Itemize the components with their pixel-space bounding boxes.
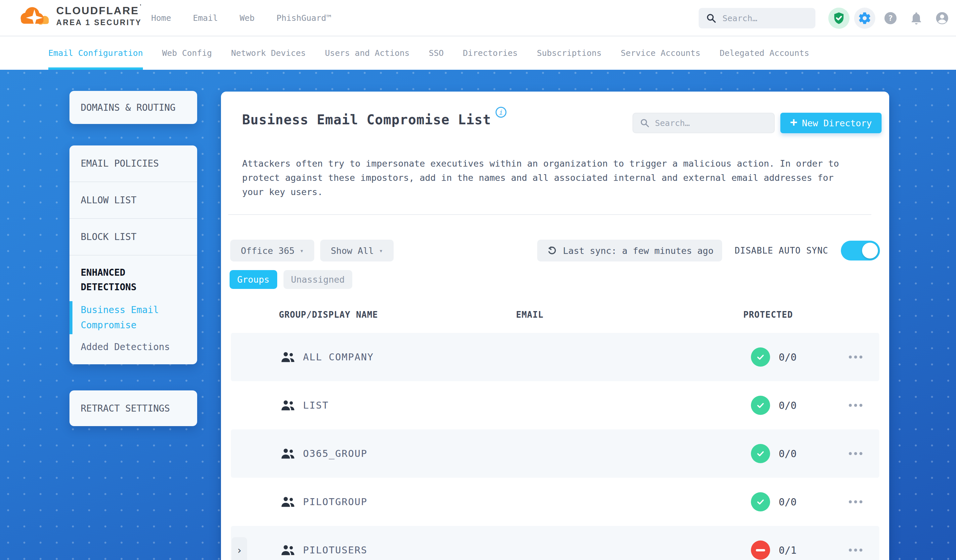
check-icon (751, 396, 770, 415)
sidebar-item-added-detections[interactable]: Added Detections (81, 342, 187, 352)
directory-select[interactable]: Office 365 (230, 240, 314, 262)
plus-icon: + (790, 116, 797, 128)
expand-row-button[interactable] (231, 537, 247, 560)
logo-subtitle: AREA 1 SECURITY (56, 18, 142, 27)
sidebar-item-enhanced-detections[interactable]: ENHANCED DETECTIONS (81, 265, 167, 295)
table-header: GROUP/DISPLAY NAME EMAIL PROTECTED (231, 296, 879, 333)
tab-subscriptions[interactable]: Subscriptions (537, 36, 602, 70)
sidebar-item-business-email-compromise[interactable]: Business Email Compromise (81, 303, 164, 333)
check-icon (751, 347, 770, 367)
nav-item-phishguard[interactable]: PhishGuard™ (277, 13, 332, 23)
logo-wordmark: CLOUDFLARE (56, 5, 142, 17)
group-icon (280, 446, 296, 461)
tab-service-accounts[interactable]: Service Accounts (621, 36, 701, 70)
new-directory-button[interactable]: + New Directory (780, 113, 882, 133)
minus-icon (751, 541, 770, 560)
row-menu-icon[interactable] (846, 352, 866, 362)
account-icon[interactable] (931, 8, 953, 29)
group-icon (280, 494, 296, 510)
view-tab-unassigned[interactable]: Unassigned (283, 270, 353, 289)
sidebar-item-label: RETRACT SETTINGS (81, 403, 170, 414)
help-icon[interactable]: ? (880, 8, 901, 29)
global-search-input[interactable] (722, 14, 808, 23)
protected-count: 0/0 (779, 448, 797, 460)
sidebar-item-block-list[interactable]: BLOCK LIST (69, 219, 197, 256)
sidebar-item-email-policies[interactable]: EMAIL POLICIES (69, 146, 197, 182)
protected-count: 0/0 (779, 496, 797, 508)
nav-item-home[interactable]: Home (151, 13, 171, 23)
row-menu-icon[interactable] (846, 546, 866, 555)
list-search[interactable] (632, 113, 775, 133)
sidebar-item-label: BLOCK LIST (81, 231, 137, 242)
groups-table: GROUP/DISPLAY NAME EMAIL PROTECTED ALL C… (231, 296, 879, 560)
group-name: O365_GROUP (303, 448, 368, 459)
view-tab-groups[interactable]: Groups (230, 270, 277, 289)
nav-item-email[interactable]: Email (193, 13, 218, 23)
filter-bar: Office 365 Show All Last sync: a few min… (230, 240, 880, 262)
column-header-protected: PROTECTED (743, 310, 793, 320)
sidebar-policies-card: EMAIL POLICIES ALLOW LIST BLOCK LIST ENH… (69, 146, 197, 364)
tab-users-and-actions[interactable]: Users and Actions (325, 36, 410, 70)
content-panel: Business Email Compromise List + New Dir… (221, 92, 889, 560)
gear-icon[interactable] (854, 8, 875, 29)
group-icon (280, 350, 296, 365)
page-title: Business Email Compromise List (242, 112, 506, 127)
auto-sync-toggle[interactable] (841, 241, 880, 260)
show-filter-select[interactable]: Show All (320, 240, 394, 262)
group-name: PILOTGROUP (303, 496, 368, 507)
protected-count: 0/1 (779, 544, 797, 556)
group-name: PILOTUSERS (303, 544, 368, 556)
tab-directories[interactable]: Directories (463, 36, 518, 70)
table-row: O365_GROUP 0/0 (231, 430, 879, 478)
chevron-down-icon (300, 247, 303, 254)
protected-count: 0/0 (779, 400, 797, 411)
row-menu-icon[interactable] (846, 449, 866, 458)
group-name: ALL COMPANY (303, 351, 374, 362)
sidebar-item-domains-routing[interactable]: DOMAINS & ROUTING (69, 91, 197, 124)
row-menu-icon[interactable] (846, 497, 866, 507)
table-row: ALL COMPANY 0/0 (231, 333, 879, 381)
group-icon (280, 543, 296, 558)
svg-text:?: ? (888, 14, 893, 23)
table-row: PILOTUSERS 0/1 (231, 526, 879, 560)
row-menu-icon[interactable] (846, 401, 866, 410)
sidebar-item-retract-settings[interactable]: RETRACT SETTINGS (69, 391, 197, 426)
info-icon[interactable] (495, 107, 506, 118)
table-row: PILOTGROUP 0/0 (231, 478, 879, 526)
toggle-knob (862, 243, 878, 259)
sidebar-item-label: Added Detections (81, 342, 170, 352)
cloudflare-logo: CLOUDFLARE AREA 1 SECURITY (17, 4, 142, 28)
refresh-icon (546, 245, 558, 257)
bell-icon[interactable] (906, 8, 927, 29)
nav-item-web[interactable]: Web (239, 13, 255, 23)
primary-nav: Home Email Web PhishGuard™ (151, 0, 331, 36)
table-row: LIST 0/0 (231, 381, 879, 430)
column-header-email: EMAIL (516, 310, 544, 320)
sidebar-item-label: ALLOW LIST (81, 195, 137, 205)
sidebar-item-allow-list[interactable]: ALLOW LIST (69, 182, 197, 219)
shield-check-icon[interactable] (828, 8, 849, 29)
last-sync-button[interactable]: Last sync: a few minutes ago (537, 240, 722, 262)
group-name: LIST (303, 400, 329, 411)
section-tabs: Email Configuration Web Config Network D… (0, 36, 956, 70)
active-indicator-bar (69, 301, 72, 334)
tab-email-configuration[interactable]: Email Configuration (48, 36, 143, 70)
sidebar-item-label: EMAIL POLICIES (81, 158, 159, 169)
check-icon (751, 444, 770, 463)
search-icon (640, 118, 650, 128)
tab-sso[interactable]: SSO (429, 36, 443, 70)
view-switch: Groups Unassigned (230, 270, 352, 289)
chevron-down-icon (379, 247, 383, 254)
tab-web-config[interactable]: Web Config (162, 36, 212, 70)
tab-network-devices[interactable]: Network Devices (231, 36, 306, 70)
sidebar-item-label: Business Email Compromise (81, 304, 159, 331)
section-divider (228, 214, 871, 215)
auto-sync-label: DISABLE AUTO SYNC (735, 246, 828, 256)
group-icon (280, 398, 296, 413)
protected-count: 0/0 (779, 351, 797, 363)
tab-delegated-accounts[interactable]: Delegated Accounts (720, 36, 809, 70)
list-search-input[interactable] (655, 118, 767, 128)
sidebar-item-label: DOMAINS & ROUTING (81, 102, 176, 113)
header-icon-cluster: ? (828, 8, 953, 29)
global-search[interactable] (699, 8, 815, 28)
